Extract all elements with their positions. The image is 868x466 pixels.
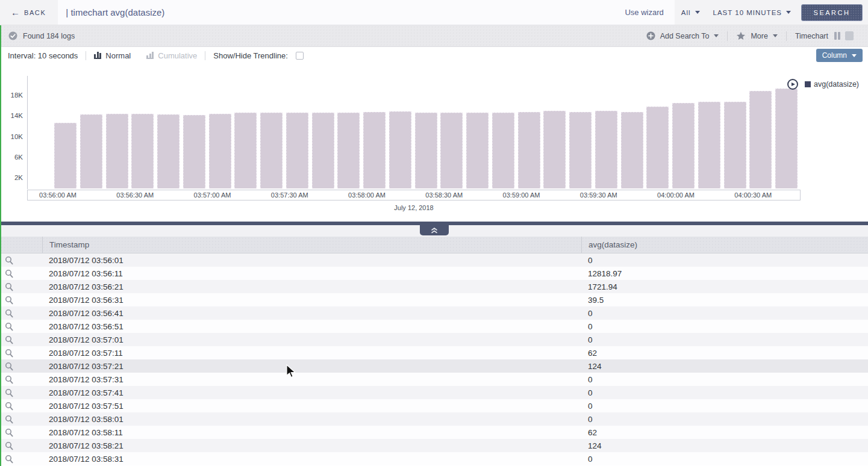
chart-bar[interactable] [157,114,180,188]
table-row[interactable]: 2018/07/12 03:56:410 [0,306,868,320]
chart-bar[interactable] [209,114,231,188]
log-scope-value: All [681,9,691,16]
chart-bar[interactable] [698,102,720,188]
table-row[interactable]: 2018/07/12 03:57:310 [0,373,868,386]
chart-bar[interactable] [672,103,695,188]
cumulative-mode-button[interactable]: Cumulative [139,51,205,60]
table-row[interactable]: 2018/07/12 03:57:010 [0,333,868,346]
chart-bar[interactable] [621,112,643,188]
chart-bar[interactable] [492,113,514,188]
chart-view-icon[interactable] [833,31,841,40]
row-inspect-button[interactable] [0,455,42,464]
chart-bar[interactable] [569,112,592,188]
chart-bar[interactable] [724,102,746,188]
table-row[interactable]: 2018/07/12 03:58:21124 [0,439,868,452]
chart-bar[interactable] [260,113,283,188]
row-inspect-button[interactable] [0,402,42,411]
normal-label: Normal [105,51,131,60]
chart-bar[interactable] [54,123,76,188]
row-inspect-button[interactable] [0,322,42,331]
chart-bar[interactable] [131,114,154,188]
add-search-to-dropdown[interactable]: Add Search To [638,31,728,40]
table-row[interactable]: 2018/07/12 03:56:010 [0,253,868,267]
legend-marker [805,81,811,87]
chart-type-value: Column [822,51,847,60]
table-row[interactable]: 2018/07/12 03:56:1112818.97 [0,267,868,280]
chart-bar[interactable] [363,112,386,188]
table-view-icon[interactable] [845,31,854,40]
chart-bar[interactable] [106,114,128,188]
chart-bar[interactable] [440,113,463,188]
row-inspect-button[interactable] [0,415,42,424]
chart-bar[interactable] [749,91,772,188]
row-inspect-button[interactable] [0,428,42,437]
chart-bar[interactable] [646,107,669,188]
chevron-down-icon [714,34,719,37]
chart-type-dropdown[interactable]: Column [816,49,863,62]
chart-bar[interactable] [337,113,360,188]
more-dropdown[interactable]: More [728,31,785,40]
x-axis: 03:56:00 AM03:56:30 AM03:57:00 AM03:57:3… [27,190,801,200]
table-row[interactable]: 2018/07/12 03:57:510 [0,399,868,412]
chart-bar[interactable] [775,89,798,188]
row-inspect-button[interactable] [0,296,42,305]
chart-bar[interactable] [595,111,617,188]
table-row[interactable]: 2018/07/12 03:57:21124 [0,359,868,373]
chart-legend[interactable]: avg(datasize) [805,80,859,89]
row-inspect-button[interactable] [0,375,42,384]
chart-bar[interactable] [80,114,102,188]
row-inspect-button[interactable] [0,388,42,397]
magnifier-icon [5,402,13,411]
back-arrow-icon: ← [11,8,20,17]
table-row[interactable]: 2018/07/12 03:56:510 [0,320,868,333]
chart-bar[interactable] [415,113,437,188]
bar-chart-icon [94,52,101,59]
table-row[interactable]: 2018/07/12 03:56:3139.5 [0,293,868,306]
collapse-chart-button[interactable] [420,225,449,235]
row-inspect-button[interactable] [0,309,42,318]
chevron-down-icon [695,11,700,14]
found-logs-status: Found 184 logs [8,31,75,40]
timestamp-cell: 2018/07/12 03:58:21 [42,441,581,450]
normal-mode-button[interactable]: Normal [86,51,139,60]
log-scope-dropdown[interactable]: All [675,0,707,25]
table-row[interactable]: 2018/07/12 03:58:310 [0,452,868,465]
search-button[interactable]: SEARCH [801,4,863,21]
back-button[interactable]: ← BACK [0,0,58,25]
chart-bar[interactable] [518,112,540,188]
search-query-input[interactable]: | timechart avg(datasize) Use wizard [58,0,674,25]
row-inspect-button[interactable] [0,362,42,371]
table-row[interactable]: 2018/07/12 03:58:010 [0,412,868,426]
x-tick-label: 03:57:30 AM [271,191,308,199]
table-row[interactable]: 2018/07/12 03:57:410 [0,386,868,399]
table-row[interactable]: 2018/07/12 03:56:211721.94 [0,280,868,293]
section-divider [0,222,868,225]
chart-bar[interactable] [466,113,489,188]
chart-bar[interactable] [234,113,257,188]
row-inspect-button[interactable] [0,349,42,358]
magnifier-icon [5,296,13,305]
chart-bar[interactable] [389,111,411,188]
value-cell: 1721.94 [581,282,868,291]
row-inspect-button[interactable] [0,256,42,265]
table-row[interactable]: 2018/07/12 03:58:1162 [0,426,868,439]
time-range-dropdown[interactable]: LAST 10 MINUTES [707,0,798,25]
topbar: ← BACK | timechart avg(datasize) Use wiz… [0,0,868,25]
plus-circle-icon [646,31,655,40]
trendline-checkbox[interactable] [296,52,304,60]
chart-bar[interactable] [543,111,566,188]
table-row[interactable]: 2018/07/12 03:57:1162 [0,346,868,359]
chart-bar[interactable] [286,113,308,188]
chart-bar[interactable] [183,115,205,188]
timestamp-cell: 2018/07/12 03:57:21 [42,362,581,371]
chart-bar[interactable] [312,113,334,188]
use-wizard-link[interactable]: Use wizard [625,8,674,17]
trendline-label: Show/Hide Trendline: [213,51,288,60]
cumulative-chart-icon [146,52,154,59]
row-inspect-button[interactable] [0,335,42,344]
found-logs-text: Found 184 logs [23,32,75,40]
play-button[interactable] [787,79,798,90]
row-inspect-button[interactable] [0,269,42,278]
row-inspect-button[interactable] [0,282,42,291]
row-inspect-button[interactable] [0,441,42,450]
